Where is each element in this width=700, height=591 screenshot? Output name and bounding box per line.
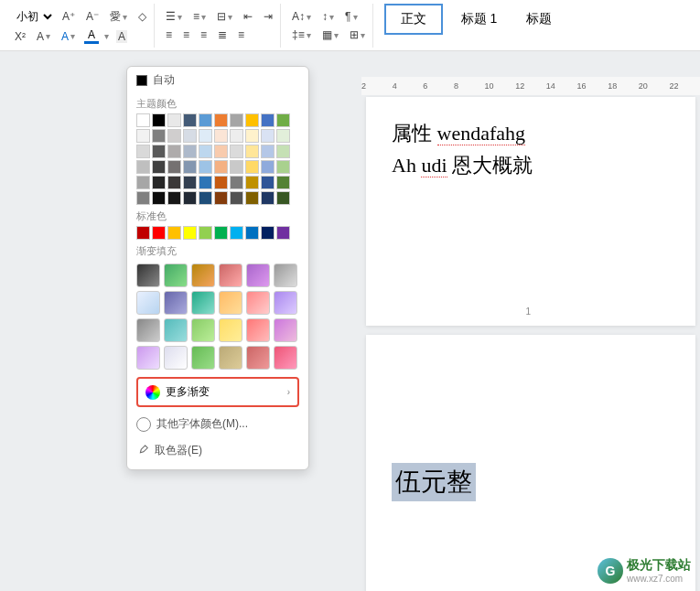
text-span[interactable]: 属性 [392,122,437,145]
color-swatch[interactable] [230,191,243,205]
align-center-button[interactable]: ≡ [179,27,193,43]
color-swatch[interactable] [183,145,197,158]
sort-button[interactable]: ↕▾ [318,8,338,25]
color-swatch[interactable] [136,160,150,174]
numbering-button[interactable]: ≡▾ [189,8,210,25]
distribute-button[interactable]: ≡ [234,27,248,43]
color-swatch[interactable] [230,176,243,189]
color-swatch[interactable] [245,113,259,127]
color-swatch[interactable] [261,129,275,143]
shading-button[interactable]: ▦▾ [318,27,342,43]
superscript-button[interactable]: X² [11,28,29,45]
color-swatch[interactable] [214,145,228,158]
color-swatch[interactable] [152,160,166,174]
text-span[interactable]: 恩大概就 [447,154,533,177]
line-spacing-button[interactable]: ‡≡▾ [288,27,315,43]
increase-indent-button[interactable]: ⇥ [260,8,276,25]
gradient-swatch[interactable] [164,346,188,370]
color-swatch[interactable] [152,129,166,143]
other-colors-row[interactable]: 其他字体颜色(M)... [127,411,308,437]
gradient-swatch[interactable] [136,291,160,315]
gradient-swatch[interactable] [274,346,297,370]
more-gradients-row[interactable]: 更多渐变 › [136,377,299,407]
color-swatch[interactable] [136,113,150,127]
color-swatch[interactable] [136,145,150,158]
color-swatch[interactable] [167,191,181,205]
gradient-swatch[interactable] [191,318,215,342]
gradient-swatch[interactable] [191,291,215,315]
color-swatch[interactable] [152,226,166,240]
color-swatch[interactable] [183,176,197,189]
color-swatch[interactable] [167,113,181,127]
color-swatch[interactable] [276,113,290,127]
font-color-dropdown-icon[interactable]: ▾ [104,31,109,41]
style-heading1[interactable]: 标题 1 [450,5,509,33]
text-spellcheck[interactable]: udi [421,154,447,177]
color-swatch[interactable] [276,129,290,143]
gradient-swatch[interactable] [274,263,297,287]
gradient-swatch[interactable] [246,346,270,370]
gradient-swatch[interactable] [164,318,188,342]
color-swatch[interactable] [245,145,259,158]
color-swatch[interactable] [167,176,181,189]
color-swatch[interactable] [245,160,259,174]
color-swatch[interactable] [136,176,150,189]
decrease-indent-button[interactable]: ⇤ [240,8,256,25]
color-swatch[interactable] [136,226,150,240]
color-swatch[interactable] [167,145,181,158]
color-swatch[interactable] [261,113,275,127]
color-swatch[interactable] [214,176,228,189]
color-swatch[interactable] [183,226,197,240]
auto-color-row[interactable]: 自动 [127,67,308,93]
gradient-swatch[interactable] [164,291,188,315]
color-swatch[interactable] [276,226,290,240]
show-marks-button[interactable]: ¶▾ [341,8,361,25]
font-color-button[interactable]: A [82,28,101,44]
color-swatch[interactable] [199,160,212,174]
text-effects-button[interactable]: A▾ [58,28,79,45]
page1-content[interactable]: 属性 wendafahg Ah udi 恩大概就 [366,97,695,201]
gradient-swatch[interactable] [164,263,188,287]
color-swatch[interactable] [214,129,228,143]
color-swatch[interactable] [276,191,290,205]
color-swatch[interactable] [276,160,290,174]
color-swatch[interactable] [230,145,243,158]
eyedropper-row[interactable]: 取色器(E) [127,437,308,464]
gradient-swatch[interactable] [246,263,270,287]
bullets-button[interactable]: ☰▾ [162,8,186,25]
color-swatch[interactable] [152,113,166,127]
color-swatch[interactable] [199,226,212,240]
document-page-1[interactable]: 属性 wendafahg Ah udi 恩大概就 1 [366,97,695,326]
text-span[interactable]: Ah [392,154,421,177]
gradient-swatch[interactable] [246,291,270,315]
color-swatch[interactable] [183,191,197,205]
style-body[interactable]: 正文 [384,4,443,35]
color-swatch[interactable] [245,191,259,205]
color-swatch[interactable] [245,226,259,240]
color-swatch[interactable] [276,176,290,189]
color-swatch[interactable] [199,176,212,189]
color-swatch[interactable] [276,145,290,158]
color-swatch[interactable] [261,226,275,240]
color-swatch[interactable] [167,160,181,174]
color-swatch[interactable] [152,176,166,189]
decrease-font-button[interactable]: A⁻ [82,8,102,25]
color-swatch[interactable] [183,160,197,174]
gradient-swatch[interactable] [274,318,297,342]
color-swatch[interactable] [199,129,212,143]
gradient-swatch[interactable] [136,346,160,370]
color-swatch[interactable] [167,129,181,143]
gradient-swatch[interactable] [219,318,242,342]
font-size-select[interactable]: 小初 [11,7,55,26]
gradient-swatch[interactable] [136,263,160,287]
gradient-swatch[interactable] [246,318,270,342]
color-swatch[interactable] [136,191,150,205]
color-swatch[interactable] [183,129,197,143]
align-justify-button[interactable]: ≣ [214,27,231,43]
text-spellcheck[interactable]: wendafahg [437,122,526,145]
color-swatch[interactable] [230,129,243,143]
color-swatch[interactable] [152,191,166,205]
phonetic-guide-button[interactable]: 愛▾ [106,7,131,27]
color-swatch[interactable] [183,113,197,127]
gradient-swatch[interactable] [219,291,242,315]
